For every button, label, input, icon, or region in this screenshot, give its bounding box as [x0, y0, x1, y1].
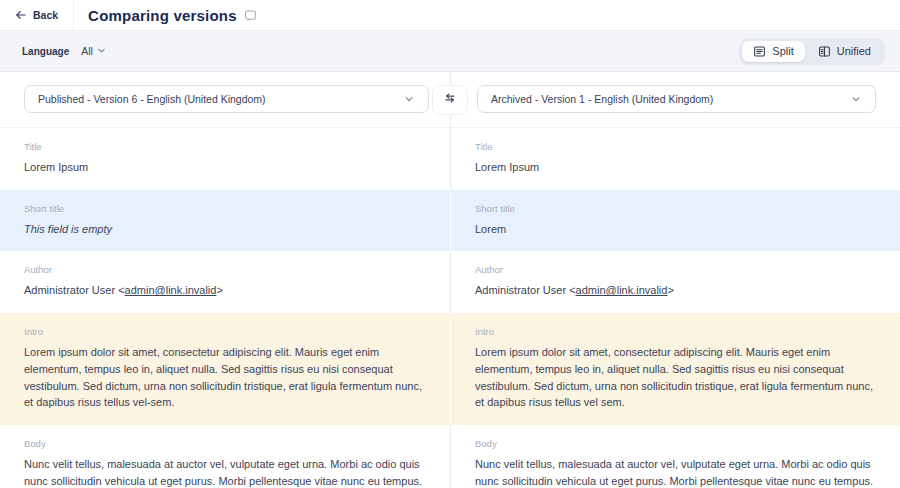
language-label: Language	[22, 46, 69, 57]
field-value: Lorem	[475, 221, 876, 238]
swap-arrows-icon	[443, 91, 457, 109]
version-picker-row: Published - Version 6 - English (United …	[0, 72, 900, 128]
field-value: Nunc velit tellus, malesuada at auctor v…	[24, 456, 426, 488]
back-button[interactable]: Back	[0, 0, 74, 30]
field-cell: Title Lorem Ipsum	[0, 128, 450, 190]
field-value: Lorem ipsum dolor sit amet, consectetur …	[24, 344, 426, 411]
language-select[interactable]: All	[81, 45, 107, 58]
view-mode-toggle: Split Unified	[739, 38, 885, 65]
field-label: Intro	[475, 326, 876, 337]
author-name: Administrator User <	[475, 284, 576, 296]
field-value: Lorem Ipsum	[24, 159, 426, 176]
author-email-link[interactable]: admin@link.invalid	[125, 284, 217, 296]
author-email-link[interactable]: admin@link.invalid	[576, 284, 668, 296]
back-label: Back	[33, 9, 58, 21]
split-view-label: Split	[772, 45, 793, 57]
field-label: Body	[475, 438, 876, 449]
field-row-title: Title Lorem Ipsum Title Lorem Ipsum	[0, 128, 900, 190]
left-version-select[interactable]: Published - Version 6 - English (United …	[24, 85, 429, 113]
chevron-down-icon	[96, 45, 107, 58]
swap-versions-button[interactable]	[432, 85, 468, 115]
unified-view-icon	[818, 45, 831, 58]
field-label: Short title	[24, 203, 426, 214]
field-label: Short title	[475, 203, 876, 214]
field-value: Administrator User <admin@link.invalid>	[475, 282, 876, 299]
field-row-body: Body Nunc velit tellus, malesuada at auc…	[0, 425, 900, 488]
field-row-intro: Intro Lorem ipsum dolor sit amet, consec…	[0, 313, 900, 425]
compare-area: Published - Version 6 - English (United …	[0, 72, 900, 488]
field-value-empty: This field is empty	[24, 221, 426, 238]
field-label: Author	[475, 264, 876, 275]
field-label: Author	[24, 264, 426, 275]
unified-view-label: Unified	[837, 45, 871, 57]
arrow-left-icon	[15, 9, 27, 21]
field-cell: Intro Lorem ipsum dolor sit amet, consec…	[0, 313, 450, 425]
author-suffix: >	[216, 284, 222, 296]
field-cell: Intro Lorem ipsum dolor sit amet, consec…	[450, 313, 900, 425]
unified-view-button[interactable]: Unified	[807, 41, 882, 62]
field-cell: Title Lorem Ipsum	[450, 128, 900, 190]
author-name: Administrator User <	[24, 284, 125, 296]
right-version-select[interactable]: Archived - Version 1 - English (United K…	[477, 85, 876, 113]
right-version-value: Archived - Version 1 - English (United K…	[491, 93, 713, 105]
split-view-icon	[753, 45, 766, 58]
author-suffix: >	[667, 284, 673, 296]
top-bar: Back Comparing versions	[0, 0, 900, 30]
field-cell: Author Administrator User <admin@link.in…	[450, 251, 900, 313]
field-row-short-title: Short title This field is empty Short ti…	[0, 190, 900, 252]
field-cell: Short title This field is empty	[0, 190, 450, 252]
field-cell: Author Administrator User <admin@link.in…	[0, 251, 450, 313]
field-label: Intro	[24, 326, 426, 337]
chevron-down-icon	[403, 93, 415, 105]
field-row-author: Author Administrator User <admin@link.in…	[0, 251, 900, 313]
field-cell: Body Nunc velit tellus, malesuada at auc…	[0, 425, 450, 488]
split-view-button[interactable]: Split	[742, 41, 804, 62]
field-cell: Short title Lorem	[450, 190, 900, 252]
field-cell: Body Nunc velit tellus, malesuada at auc…	[450, 425, 900, 488]
field-value: Administrator User <admin@link.invalid>	[24, 282, 426, 299]
left-version-value: Published - Version 6 - English (United …	[38, 93, 266, 105]
field-label: Title	[24, 141, 426, 152]
field-label: Body	[24, 438, 426, 449]
comment-badge-icon	[244, 9, 257, 22]
chevron-down-icon	[850, 93, 862, 105]
field-value: Lorem ipsum dolor sit amet, consectetur …	[475, 344, 876, 411]
page-title: Comparing versions	[88, 7, 237, 24]
toolbar: Language All Split	[0, 30, 900, 72]
field-value: Nunc velit tellus, malesuada at auctor v…	[475, 456, 876, 488]
language-value: All	[81, 45, 93, 57]
field-label: Title	[475, 141, 876, 152]
field-value: Lorem Ipsum	[475, 159, 876, 176]
